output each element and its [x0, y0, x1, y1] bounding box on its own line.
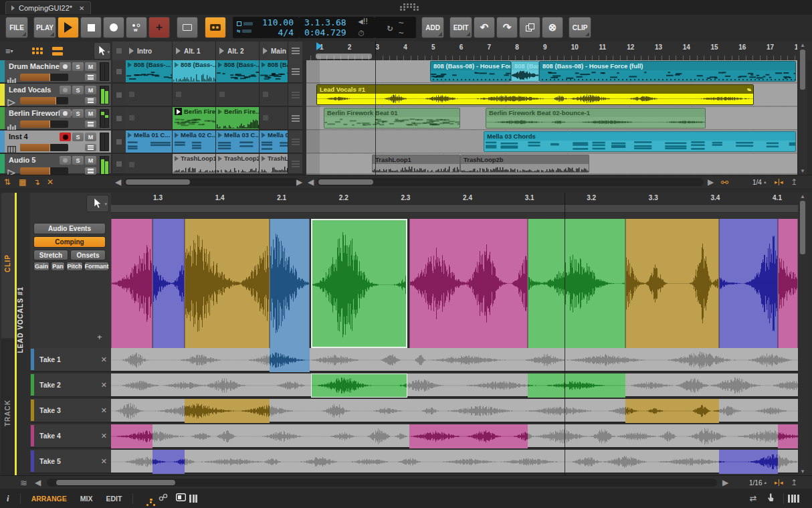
scene-play-icon[interactable]	[219, 48, 224, 54]
pan-button[interactable]: Pan	[51, 262, 65, 271]
take-header-take-3[interactable]: Take 3✕	[30, 399, 111, 423]
arranger-clip-lead-vocals-1[interactable]: Lead Vocals #1▾▴	[316, 84, 754, 105]
mute-button[interactable]: M	[85, 109, 96, 118]
close-panel-icon[interactable]: ✕	[47, 177, 54, 187]
scene-play-icon[interactable]	[263, 48, 268, 54]
tab-track[interactable]: TRACK	[1, 339, 15, 475]
audio-events-button[interactable]: Audio Events	[33, 223, 106, 234]
tempo-display[interactable]: ⇆ 110.00 4/4	[233, 17, 299, 38]
gain-button[interactable]: Gain	[33, 262, 49, 271]
link-icon[interactable]	[155, 493, 172, 503]
take-selected-region[interactable]	[409, 424, 528, 448]
launcher-clip-mella-02-c-[interactable]: Mella 02 C...	[173, 131, 216, 153]
solo-button[interactable]: S	[72, 109, 84, 118]
mute-button[interactable]: M	[85, 156, 96, 165]
editor-scroll-up-icon[interactable]: ▲	[800, 193, 805, 199]
editor-scroll-down-icon[interactable]: ▼	[800, 469, 805, 475]
track-row-lead-vocals[interactable]: Lead VocalsSM	[0, 84, 111, 106]
launcher-empty-slot[interactable]	[126, 107, 173, 130]
editor-pointer-tool-button[interactable]: ▾	[86, 195, 109, 212]
track-name[interactable]: Drum Machine	[9, 62, 60, 70]
launcher-empty-slot[interactable]	[126, 84, 173, 106]
arranger-ruler[interactable]: 123456789101112131415161718	[306, 41, 797, 60]
stop-button[interactable]	[80, 17, 102, 38]
clip-play-icon[interactable]	[218, 133, 222, 138]
track-menu-button[interactable]	[85, 120, 96, 128]
loop-icon[interactable]: ↻	[385, 21, 396, 33]
take-selected-region[interactable]	[625, 399, 719, 423]
formant-button[interactable]: Formant	[84, 262, 109, 271]
arm-button[interactable]	[60, 133, 71, 141]
onsets-button[interactable]: Onsets	[70, 250, 106, 260]
take-header-take-1[interactable]: Take 1✕	[30, 348, 111, 372]
track-stop-button[interactable]	[112, 60, 126, 83]
play-menu-button[interactable]: PLAY	[33, 17, 56, 38]
edit-layout-button[interactable]: EDIT	[99, 495, 128, 503]
record-button[interactable]	[103, 17, 124, 38]
editor-scroll-left-icon[interactable]: ◀	[35, 477, 41, 488]
position-display[interactable]: 3.1.3.68 0:04.729 ◀‼ ⏱	[299, 17, 375, 38]
track-menu-button[interactable]	[85, 167, 96, 175]
track-stop-button[interactable]	[112, 154, 126, 174]
launcher-clip-808-bass-[interactable]: 808 (Bass-...	[126, 60, 173, 83]
arranger-clip-trashloop1[interactable]: TrashLoop1	[372, 155, 460, 173]
scene-header-main[interactable]: Main	[260, 41, 288, 60]
track-row-drum-machine[interactable]: Drum MachineSM	[0, 60, 111, 83]
mute-button[interactable]: M	[85, 133, 96, 141]
arranger-clip-berlin-firework-beat-02-bounce-1[interactable]: Berlin Firework Beat 02-bounce-1	[486, 108, 706, 129]
track-list-menu-icon[interactable]: ≡▾	[5, 44, 13, 58]
arranger-clip-berlin-firework-beat-01[interactable]: Berlin Firework Beat 01	[324, 108, 460, 129]
take-remove-icon[interactable]: ✕	[101, 406, 107, 415]
take-selected-region[interactable]	[270, 348, 310, 372]
arranger-clip-808-bass-08-house-force-full-[interactable]: 808 (Bass-08) - House Force (full)	[539, 61, 796, 82]
clip-menu-button[interactable]: CLIP	[569, 17, 591, 38]
play-start-marker[interactable]	[316, 42, 322, 50]
launcher-scroll-right-icon[interactable]: ▶	[296, 177, 302, 187]
play-button[interactable]	[58, 17, 79, 38]
time-signature-value[interactable]: 4/4	[278, 27, 293, 37]
touch-mode-icon[interactable]	[762, 493, 779, 504]
launcher-clip-mella-04[interactable]: Mella 04	[260, 131, 288, 153]
position-bars-value[interactable]: 3.1.3.68	[304, 17, 346, 27]
arm-button[interactable]	[60, 86, 71, 94]
take-lane-take-4[interactable]	[111, 424, 798, 448]
take-selected-region[interactable]	[311, 373, 407, 398]
editor-ruler[interactable]: 1.31.42.12.22.32.43.13.23.33.44.1	[111, 193, 798, 204]
take-header-take-5[interactable]: Take 5✕	[30, 450, 111, 474]
track-name[interactable]: Audio 5	[9, 156, 35, 164]
comp-segment-take-3[interactable]	[185, 219, 270, 348]
launcher-clip-berlin-fire-[interactable]: Berlin Fire...	[216, 107, 260, 130]
track-row-audio-5[interactable]: Audio 5SM	[0, 154, 111, 174]
punch-in-icon[interactable]: ◀‼	[356, 17, 371, 26]
follow-playback-icon[interactable]: ↴	[33, 177, 40, 187]
launcher-empty-slot[interactable]	[126, 154, 173, 174]
automation-curve-icon[interactable]: ~~	[396, 17, 407, 37]
delete-button[interactable]: ⊗	[542, 17, 563, 38]
track-stop-button[interactable]	[112, 84, 126, 106]
launcher-clip-trashloop-[interactable]: TrashLoop...	[260, 154, 288, 174]
clip-play-icon[interactable]	[175, 133, 179, 138]
feedback-cell[interactable]	[288, 107, 302, 130]
editor-snap-value[interactable]: 1/16▴	[749, 477, 767, 488]
layers-icon[interactable]: ≋	[20, 477, 27, 488]
take-selected-region[interactable]	[153, 450, 185, 474]
clip-play-icon[interactable]	[128, 62, 132, 68]
add-take-button[interactable]: +	[97, 332, 102, 342]
editor-vertical-scrollbar[interactable]: ▲ ▼	[799, 193, 807, 475]
volume-fader[interactable]	[20, 74, 68, 81]
solo-button[interactable]: S	[72, 156, 84, 165]
editor-scroll-right-icon[interactable]: ▶	[722, 477, 728, 488]
tempo-tap-icon[interactable]	[237, 21, 241, 26]
take-header-take-2[interactable]: Take 2✕	[30, 373, 111, 398]
comping-button[interactable]: Comping	[33, 236, 106, 248]
clip-play-icon[interactable]	[262, 133, 266, 138]
clip-play-icon[interactable]	[218, 109, 222, 114]
launcher-scroll-left-icon[interactable]: ◀	[115, 177, 121, 187]
feedback-cell[interactable]	[288, 154, 302, 174]
arranger-snap-mode-icon[interactable]: ▸◂	[775, 177, 783, 187]
track-menu-button[interactable]	[85, 144, 96, 151]
dual-panel-icon[interactable]	[189, 495, 207, 503]
clip-play-icon[interactable]	[218, 62, 222, 68]
track-row-berlin-firework-kit[interactable]: Berlin Firework KitSM	[0, 107, 111, 130]
arranger-clip-trashloop2b[interactable]: TrashLoop2b	[460, 155, 589, 173]
